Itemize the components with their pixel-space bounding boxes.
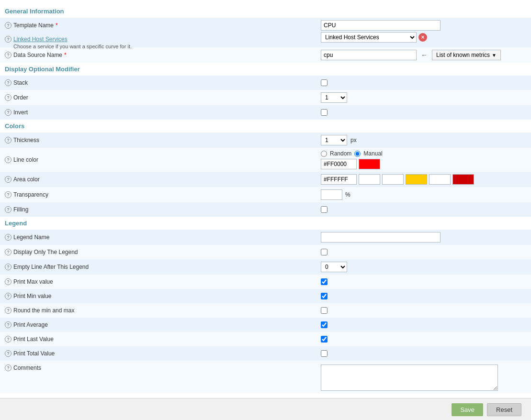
empty-line-label-col: ? Empty Line After This Legend <box>5 264 321 270</box>
print-last-checkbox[interactable] <box>321 336 328 343</box>
template-name-required: * <box>56 22 58 29</box>
print-avg-row: ? Print Average <box>0 318 531 332</box>
template-name-input[interactable] <box>321 20 441 31</box>
print-avg-label-col: ? Print Average <box>5 321 321 328</box>
filling-control <box>321 206 526 213</box>
invert-checkbox[interactable] <box>321 109 328 116</box>
thickness-select[interactable]: 1 2 3 <box>321 135 347 145</box>
area-color-swatch-3[interactable] <box>429 174 451 185</box>
area-color-swatch-red[interactable] <box>452 174 474 185</box>
thickness-control: 1 2 3 px <box>321 135 526 145</box>
data-source-input[interactable] <box>321 50 417 60</box>
linked-host-clear-button[interactable]: × <box>418 33 427 42</box>
print-avg-control <box>321 321 526 328</box>
filling-label-col: ? Filling <box>5 206 321 213</box>
page-wrapper: General Information ? Template Name * ? … <box>0 0 531 420</box>
display-only-row: ? Display Only The Legend <box>0 245 531 259</box>
stack-help-icon: ? <box>5 79 11 86</box>
line-color-swatch[interactable] <box>359 159 380 169</box>
transparency-control: % <box>321 189 526 200</box>
data-source-help-icon: ? <box>5 52 11 58</box>
line-color-manual-label: Manual <box>363 150 382 157</box>
print-last-label-col: ? Print Last Value <box>5 336 321 343</box>
data-source-arrow-button[interactable]: ← <box>418 50 430 60</box>
comments-control <box>321 365 526 391</box>
print-min-label: Print Min value <box>13 293 51 299</box>
reset-button[interactable]: Reset <box>487 403 521 416</box>
linked-host-select[interactable]: Linked Host Services <box>321 32 417 43</box>
general-section-title: General Information <box>0 5 531 18</box>
empty-line-row: ? Empty Line After This Legend 0 1 2 <box>0 259 531 275</box>
thickness-help-icon: ? <box>5 137 11 144</box>
transparency-row: ? Transparency % <box>0 187 531 202</box>
line-color-manual-radio[interactable] <box>354 151 361 157</box>
filling-checkbox[interactable] <box>321 206 328 213</box>
round-min-max-control <box>321 307 526 314</box>
stack-row: ? Stack <box>0 76 531 90</box>
template-name-row: ? Template Name * <box>0 18 531 33</box>
area-color-swatch-yellow[interactable] <box>406 174 427 185</box>
invert-control <box>321 109 526 116</box>
transparency-label: Transparency <box>13 191 48 198</box>
print-max-checkbox[interactable] <box>321 278 328 285</box>
print-avg-checkbox[interactable] <box>321 321 328 328</box>
print-avg-label: Print Average <box>13 321 48 328</box>
data-source-control: ← List of known metrics ▼ <box>321 50 526 60</box>
line-color-radio-group: Random Manual <box>321 150 383 157</box>
legend-name-input[interactable] <box>321 232 441 243</box>
comments-textarea[interactable] <box>321 365 498 391</box>
legend-name-label-col: ? Legend Name <box>5 234 321 241</box>
line-color-inputs <box>321 159 380 169</box>
thickness-unit: px <box>350 137 357 144</box>
line-color-help-icon: ? <box>5 156 11 163</box>
legend-section-title: Legend <box>0 217 531 230</box>
print-total-checkbox[interactable] <box>321 350 328 357</box>
transparency-input[interactable] <box>321 189 342 200</box>
filling-help-icon: ? <box>5 206 11 213</box>
area-color-swatch-2[interactable] <box>382 174 404 185</box>
print-total-label-col: ? Print Total Value <box>5 350 321 357</box>
linked-host-sub: Choose a service if you want a specific … <box>5 44 132 49</box>
invert-help-icon: ? <box>5 109 11 116</box>
area-color-swatch-white[interactable] <box>359 174 380 185</box>
known-metrics-button[interactable]: List of known metrics ▼ <box>432 50 501 60</box>
thickness-label-col: ? Thickness <box>5 137 321 144</box>
print-min-control <box>321 293 526 299</box>
stack-checkbox[interactable] <box>321 79 328 86</box>
empty-line-help-icon: ? <box>5 264 11 270</box>
line-color-label-col: ? Line color <box>5 156 321 163</box>
line-color-hex-input[interactable] <box>321 159 357 169</box>
line-color-row: ? Line color Random Manual <box>0 148 531 172</box>
legend-name-row: ? Legend Name <box>0 230 531 245</box>
round-min-max-checkbox[interactable] <box>321 307 328 314</box>
display-only-label: Display Only The Legend <box>13 249 78 255</box>
invert-label: Invert <box>13 109 28 116</box>
comments-row: ? Comments <box>0 361 531 393</box>
line-color-random-radio[interactable] <box>321 151 327 157</box>
print-max-help-icon: ? <box>5 278 11 285</box>
empty-line-control: 0 1 2 <box>321 262 526 272</box>
comments-label: Comments <box>13 365 41 371</box>
linked-host-controls: Linked Host Services × <box>5 32 427 43</box>
order-select[interactable]: 1 2 3 <box>321 92 347 103</box>
transparency-unit: % <box>345 191 350 198</box>
comments-label-col: ? Comments <box>5 365 321 371</box>
empty-line-select[interactable]: 0 1 2 <box>321 262 347 272</box>
print-avg-help-icon: ? <box>5 321 11 328</box>
round-min-max-row: ? Round the min and max <box>0 303 531 318</box>
save-button[interactable]: Save <box>452 403 483 416</box>
display-only-checkbox[interactable] <box>321 249 328 255</box>
stack-label-col: ? Stack <box>5 79 321 86</box>
area-color-label-col: ? Area color <box>5 176 321 183</box>
legend-name-control <box>321 232 526 243</box>
area-color-label: Area color <box>13 176 40 183</box>
area-color-hex-input[interactable] <box>321 174 357 185</box>
print-last-label: Print Last Value <box>13 336 54 343</box>
order-row: ? Order 1 2 3 <box>0 90 531 105</box>
data-source-label-col: ? Data Source Name * <box>5 52 321 58</box>
display-section-title: Display Optional Modifier <box>0 63 531 76</box>
print-min-checkbox[interactable] <box>321 293 328 299</box>
round-min-max-label: Round the min and max <box>13 307 74 314</box>
order-label: Order <box>13 94 28 101</box>
filling-label: Filling <box>13 206 28 213</box>
